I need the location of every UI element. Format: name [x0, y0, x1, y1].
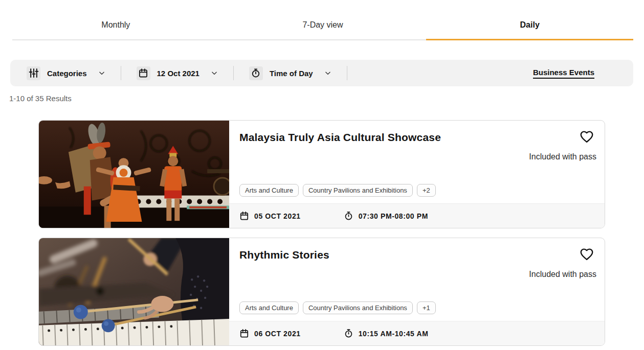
- pass-label: Included with pass: [529, 152, 596, 161]
- event-image-rhythmic-stories: [39, 238, 229, 345]
- tag-list: Arts and Culture Country Pavilions and E…: [239, 301, 592, 314]
- event-card-rhythmic-stories[interactable]: Included with pass Rhythmic Stories Arts…: [38, 238, 605, 346]
- filter-divider: [121, 66, 121, 80]
- categories-label: Categories: [47, 69, 87, 78]
- calendar-icon: [137, 66, 150, 80]
- event-time: 10:15 AM-10:45 AM: [344, 329, 429, 338]
- event-list: Included with pass Malaysia Truly Asia C…: [38, 120, 605, 346]
- date-filter[interactable]: 12 Oct 2021: [137, 66, 218, 80]
- heart-icon[interactable]: [579, 246, 595, 262]
- event-time: 07:30 PM-08:00 PM: [344, 211, 428, 221]
- event-date: 06 OCT 2021: [239, 329, 301, 338]
- chevron-down-icon: [98, 69, 105, 77]
- filter-bar: Categories 12 Oct 2021 Time of Day: [10, 60, 633, 86]
- tag-list: Arts and Culture Country Pavilions and E…: [239, 184, 592, 197]
- tag-more-count: +2: [417, 184, 436, 197]
- heart-icon[interactable]: [579, 128, 595, 145]
- time-of-day-label: Time of Day: [270, 69, 313, 78]
- event-date-text: 06 OCT 2021: [254, 330, 301, 338]
- categories-filter[interactable]: Categories: [27, 66, 105, 80]
- stopwatch-icon: [249, 66, 263, 80]
- calendar-icon: [239, 211, 249, 221]
- business-events-link[interactable]: Business Events: [533, 68, 594, 79]
- event-card-malaysia-truly-asia[interactable]: Included with pass Malaysia Truly Asia C…: [38, 120, 605, 228]
- event-title: Rhythmic Stories: [239, 249, 592, 261]
- tab-7-day-view[interactable]: 7-Day view: [219, 15, 427, 40]
- filter-divider: [347, 66, 347, 80]
- pass-label: Included with pass: [529, 270, 596, 279]
- chevron-down-icon: [211, 69, 218, 77]
- event-title: Malaysia Truly Asia Cultural Showcase: [239, 131, 592, 144]
- event-date-text: 05 OCT 2021: [254, 212, 301, 220]
- event-meta-bar: 05 OCT 2021 07:30 PM-08:00 PM: [229, 203, 605, 228]
- filter-divider: [233, 66, 234, 80]
- tag-country-pavilions: Country Pavilions and Exhibitions: [303, 184, 413, 197]
- results-count: 1-10 of 35 Results: [9, 94, 644, 103]
- sliders-icon: [27, 66, 40, 80]
- event-meta-bar: 06 OCT 2021 10:15 AM-10:45 AM: [229, 321, 605, 345]
- event-card-body: Included with pass Rhythmic Stories Arts…: [229, 238, 605, 345]
- event-image-cultural-showcase: [39, 121, 229, 228]
- tag-more-count: +1: [417, 301, 436, 314]
- event-time-text: 07:30 PM-08:00 PM: [359, 212, 428, 220]
- event-card-body: Included with pass Malaysia Truly Asia C…: [229, 121, 605, 228]
- view-tabs: Monthly 7-Day view Daily: [12, 15, 633, 40]
- tab-monthly[interactable]: Monthly: [12, 15, 219, 40]
- calendar-icon: [239, 329, 249, 338]
- chevron-down-icon: [324, 69, 331, 77]
- stopwatch-icon: [344, 329, 353, 338]
- date-filter-label: 12 Oct 2021: [157, 69, 199, 78]
- event-date: 05 OCT 2021: [239, 211, 301, 221]
- time-of-day-filter[interactable]: Time of Day: [249, 66, 331, 80]
- event-time-text: 10:15 AM-10:45 AM: [359, 330, 429, 338]
- stopwatch-icon: [344, 211, 353, 221]
- tag-arts-and-culture: Arts and Culture: [239, 301, 299, 314]
- tag-country-pavilions: Country Pavilions and Exhibitions: [303, 301, 413, 314]
- tag-arts-and-culture: Arts and Culture: [239, 184, 299, 197]
- tab-daily[interactable]: Daily: [426, 15, 633, 40]
